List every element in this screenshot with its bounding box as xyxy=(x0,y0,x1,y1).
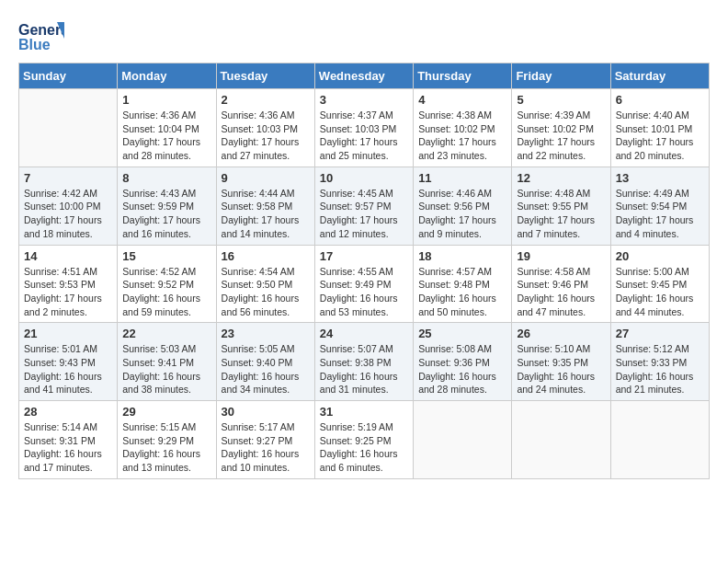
day-number: 13 xyxy=(616,171,704,185)
day-info: Sunrise: 5:15 AM Sunset: 9:29 PM Dayligh… xyxy=(122,420,210,475)
day-number: 12 xyxy=(517,171,605,185)
day-info: Sunrise: 4:45 AM Sunset: 9:57 PM Dayligh… xyxy=(320,187,408,241)
week-row-3: 14Sunrise: 4:51 AM Sunset: 9:53 PM Dayli… xyxy=(19,245,710,323)
day-number: 22 xyxy=(122,327,210,340)
day-number: 26 xyxy=(517,327,605,340)
day-info: Sunrise: 5:14 AM Sunset: 9:31 PM Dayligh… xyxy=(24,420,112,475)
calendar-cell: 21Sunrise: 5:01 AM Sunset: 9:43 PM Dayli… xyxy=(19,323,118,401)
day-info: Sunrise: 5:08 AM Sunset: 9:36 PM Dayligh… xyxy=(418,342,506,396)
day-info: Sunrise: 4:36 AM Sunset: 10:04 PM Daylig… xyxy=(122,109,210,163)
calendar-cell: 17Sunrise: 4:55 AM Sunset: 9:49 PM Dayli… xyxy=(314,245,413,323)
calendar-cell: 23Sunrise: 5:05 AM Sunset: 9:40 PM Dayli… xyxy=(216,323,314,401)
day-info: Sunrise: 5:03 AM Sunset: 9:41 PM Dayligh… xyxy=(122,342,210,396)
day-info: Sunrise: 4:42 AM Sunset: 10:00 PM Daylig… xyxy=(24,187,112,241)
day-info: Sunrise: 4:51 AM Sunset: 9:53 PM Dayligh… xyxy=(24,265,112,319)
logo-svg: GeneralBlue xyxy=(18,18,64,55)
day-info: Sunrise: 4:40 AM Sunset: 10:01 PM Daylig… xyxy=(616,109,704,163)
week-row-4: 21Sunrise: 5:01 AM Sunset: 9:43 PM Dayli… xyxy=(19,323,710,401)
svg-text:Blue: Blue xyxy=(18,37,51,52)
svg-text:General: General xyxy=(18,22,64,38)
calendar-cell: 8Sunrise: 4:43 AM Sunset: 9:59 PM Daylig… xyxy=(118,167,216,245)
day-info: Sunrise: 4:52 AM Sunset: 9:52 PM Dayligh… xyxy=(122,265,210,319)
day-number: 17 xyxy=(320,249,408,263)
day-info: Sunrise: 4:49 AM Sunset: 9:54 PM Dayligh… xyxy=(616,187,704,241)
calendar-cell xyxy=(414,401,512,479)
calendar-cell xyxy=(610,401,709,479)
calendar-cell: 15Sunrise: 4:52 AM Sunset: 9:52 PM Dayli… xyxy=(118,245,216,323)
day-number: 5 xyxy=(517,93,605,107)
calendar-cell: 16Sunrise: 4:54 AM Sunset: 9:50 PM Dayli… xyxy=(216,245,314,323)
calendar-cell: 1Sunrise: 4:36 AM Sunset: 10:04 PM Dayli… xyxy=(118,89,216,167)
day-info: Sunrise: 5:05 AM Sunset: 9:40 PM Dayligh… xyxy=(222,342,310,396)
day-info: Sunrise: 4:54 AM Sunset: 9:50 PM Dayligh… xyxy=(222,265,310,319)
calendar-cell xyxy=(19,89,118,167)
page-header: GeneralBlue xyxy=(18,18,710,55)
calendar-cell: 28Sunrise: 5:14 AM Sunset: 9:31 PM Dayli… xyxy=(19,401,118,479)
calendar-header-row: SundayMondayTuesdayWednesdayThursdayFrid… xyxy=(19,63,710,89)
day-header-thursday: Thursday xyxy=(414,63,512,89)
calendar-cell: 13Sunrise: 4:49 AM Sunset: 9:54 PM Dayli… xyxy=(610,167,709,245)
calendar-cell: 7Sunrise: 4:42 AM Sunset: 10:00 PM Dayli… xyxy=(19,167,118,245)
calendar-cell: 6Sunrise: 4:40 AM Sunset: 10:01 PM Dayli… xyxy=(610,89,709,167)
day-info: Sunrise: 4:36 AM Sunset: 10:03 PM Daylig… xyxy=(222,109,310,163)
day-number: 1 xyxy=(122,93,210,107)
day-number: 4 xyxy=(418,93,506,107)
day-number: 14 xyxy=(24,249,112,263)
day-number: 31 xyxy=(320,405,408,419)
day-number: 23 xyxy=(222,327,310,340)
day-info: Sunrise: 4:39 AM Sunset: 10:02 PM Daylig… xyxy=(517,109,605,163)
calendar-cell: 12Sunrise: 4:48 AM Sunset: 9:55 PM Dayli… xyxy=(512,167,610,245)
day-header-tuesday: Tuesday xyxy=(216,63,314,89)
calendar-table: SundayMondayTuesdayWednesdayThursdayFrid… xyxy=(18,63,710,479)
day-info: Sunrise: 4:57 AM Sunset: 9:48 PM Dayligh… xyxy=(418,265,506,319)
calendar-cell: 11Sunrise: 4:46 AM Sunset: 9:56 PM Dayli… xyxy=(414,167,512,245)
calendar-cell: 2Sunrise: 4:36 AM Sunset: 10:03 PM Dayli… xyxy=(216,89,314,167)
calendar-cell: 25Sunrise: 5:08 AM Sunset: 9:36 PM Dayli… xyxy=(414,323,512,401)
calendar-cell: 22Sunrise: 5:03 AM Sunset: 9:41 PM Dayli… xyxy=(118,323,216,401)
calendar-cell: 10Sunrise: 4:45 AM Sunset: 9:57 PM Dayli… xyxy=(314,167,413,245)
day-info: Sunrise: 4:46 AM Sunset: 9:56 PM Dayligh… xyxy=(418,187,506,241)
day-info: Sunrise: 4:44 AM Sunset: 9:58 PM Dayligh… xyxy=(222,187,310,241)
calendar-cell: 30Sunrise: 5:17 AM Sunset: 9:27 PM Dayli… xyxy=(216,401,314,479)
day-number: 15 xyxy=(122,249,210,263)
day-number: 2 xyxy=(222,93,310,107)
day-number: 8 xyxy=(122,171,210,185)
day-number: 10 xyxy=(320,171,408,185)
day-header-monday: Monday xyxy=(118,63,216,89)
day-number: 21 xyxy=(24,327,112,340)
day-info: Sunrise: 4:37 AM Sunset: 10:03 PM Daylig… xyxy=(320,109,408,163)
day-header-saturday: Saturday xyxy=(610,63,709,89)
calendar-cell: 24Sunrise: 5:07 AM Sunset: 9:38 PM Dayli… xyxy=(314,323,413,401)
day-info: Sunrise: 4:43 AM Sunset: 9:59 PM Dayligh… xyxy=(122,187,210,241)
day-number: 20 xyxy=(616,249,704,263)
day-number: 3 xyxy=(320,93,408,107)
day-info: Sunrise: 4:38 AM Sunset: 10:02 PM Daylig… xyxy=(418,109,506,163)
day-number: 30 xyxy=(222,405,310,419)
day-number: 29 xyxy=(122,405,210,419)
day-number: 6 xyxy=(616,93,704,107)
day-info: Sunrise: 4:58 AM Sunset: 9:46 PM Dayligh… xyxy=(517,265,605,319)
day-header-wednesday: Wednesday xyxy=(314,63,413,89)
calendar-cell: 31Sunrise: 5:19 AM Sunset: 9:25 PM Dayli… xyxy=(314,401,413,479)
week-row-5: 28Sunrise: 5:14 AM Sunset: 9:31 PM Dayli… xyxy=(19,401,710,479)
day-header-sunday: Sunday xyxy=(19,63,118,89)
day-number: 9 xyxy=(222,171,310,185)
day-info: Sunrise: 4:55 AM Sunset: 9:49 PM Dayligh… xyxy=(320,265,408,319)
calendar-cell: 14Sunrise: 4:51 AM Sunset: 9:53 PM Dayli… xyxy=(19,245,118,323)
day-header-friday: Friday xyxy=(512,63,610,89)
day-number: 19 xyxy=(517,249,605,263)
day-info: Sunrise: 5:07 AM Sunset: 9:38 PM Dayligh… xyxy=(320,342,408,396)
calendar-cell xyxy=(512,401,610,479)
day-number: 18 xyxy=(418,249,506,263)
calendar-cell: 19Sunrise: 4:58 AM Sunset: 9:46 PM Dayli… xyxy=(512,245,610,323)
calendar-cell: 5Sunrise: 4:39 AM Sunset: 10:02 PM Dayli… xyxy=(512,89,610,167)
day-number: 11 xyxy=(418,171,506,185)
day-info: Sunrise: 5:12 AM Sunset: 9:33 PM Dayligh… xyxy=(616,342,704,396)
day-number: 24 xyxy=(320,327,408,340)
calendar-cell: 29Sunrise: 5:15 AM Sunset: 9:29 PM Dayli… xyxy=(118,401,216,479)
day-number: 25 xyxy=(418,327,506,340)
day-number: 27 xyxy=(616,327,704,340)
calendar-cell: 18Sunrise: 4:57 AM Sunset: 9:48 PM Dayli… xyxy=(414,245,512,323)
logo: GeneralBlue xyxy=(18,18,64,55)
day-number: 16 xyxy=(222,249,310,263)
